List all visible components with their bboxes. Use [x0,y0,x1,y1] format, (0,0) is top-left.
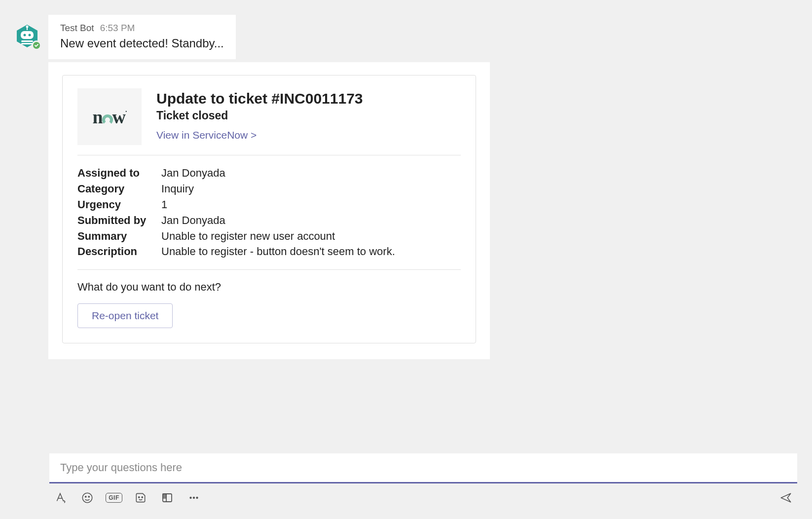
presence-available-icon [32,40,41,50]
servicenow-logo: nw. [77,88,142,145]
bot-avatar [15,24,39,48]
fact-row: Urgency 1 [77,197,461,213]
view-in-servicenow-link[interactable]: View in ServiceNow > [156,129,257,141]
fact-row: Submitted by Jan Donyada [77,213,461,228]
svg-point-11 [139,497,140,498]
message-timestamp: 6:53 PM [100,23,135,34]
fact-label: Urgency [77,197,161,213]
svg-point-9 [85,496,86,497]
emoji-icon[interactable] [81,491,94,504]
format-icon[interactable] [54,491,67,504]
svg-point-5 [29,34,31,37]
svg-rect-2 [27,28,28,30]
fact-label: Assigned to [77,165,161,181]
more-icon[interactable] [187,491,200,504]
reopen-ticket-button[interactable]: Re-open ticket [77,303,173,328]
svg-point-17 [193,497,195,499]
fact-value: 1 [161,197,167,213]
card-subtitle: Ticket closed [156,109,461,122]
svg-point-1 [26,26,29,28]
fact-value: Jan Donyada [161,213,225,228]
fact-value: Inquiry [161,181,194,197]
svg-rect-6 [21,40,33,42]
svg-point-4 [24,34,26,37]
card-prompt: What do you want to do next? [77,270,461,303]
send-icon[interactable] [779,491,792,504]
card-title: Update to ticket #INC0011173 [156,90,461,107]
fact-label: Submitted by [77,213,161,228]
gif-icon[interactable]: GIF [108,491,120,504]
facts-table: Assigned to Jan Donyada Category Inquiry… [77,155,461,270]
message-text: New event detected! Standby... [60,37,224,50]
fact-row: Description Unable to register - button … [77,244,461,260]
svg-rect-3 [21,31,34,39]
message-composer: GIF [49,453,797,504]
svg-point-10 [88,496,89,497]
fact-value: Unable to register new user account [161,228,335,244]
fact-label: Summary [77,228,161,244]
compose-input[interactable] [60,461,786,474]
sticker-icon[interactable] [134,491,147,504]
message-bubble: Test Bot 6:53 PM New event detected! Sta… [48,15,236,59]
svg-rect-15 [163,494,166,498]
fact-label: Description [77,244,161,260]
svg-point-16 [189,497,191,499]
sender-name: Test Bot [60,23,94,34]
svg-point-18 [196,497,198,499]
fact-value: Jan Donyada [161,165,225,181]
fact-value: Unable to register - button doesn't seem… [161,244,395,260]
fact-label: Category [77,181,161,197]
adaptive-card-container: nw. Update to ticket #INC0011173 Ticket … [48,62,490,359]
fact-row: Assigned to Jan Donyada [77,165,461,181]
fact-row: Summary Unable to register new user acco… [77,228,461,244]
svg-point-8 [82,493,92,503]
fact-row: Category Inquiry [77,181,461,197]
extension-icon[interactable] [161,491,174,504]
svg-point-12 [142,497,143,498]
